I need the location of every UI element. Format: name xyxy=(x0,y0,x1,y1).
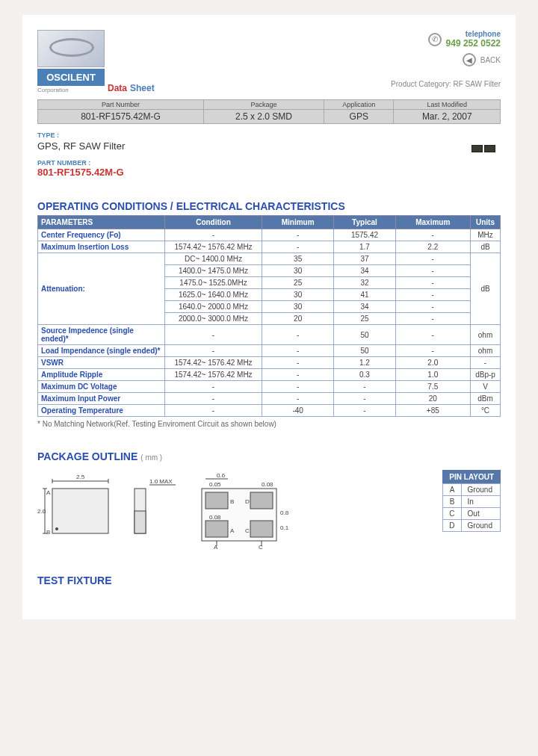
header: OSCILENT Corporation Data Sheet ✆ teleph… xyxy=(37,30,501,93)
pin-row: COut xyxy=(443,508,501,520)
back-text: BACK xyxy=(480,56,501,64)
spec-col-cond: Condition xyxy=(165,216,262,229)
spec-row: Maximum DC Voltage---7.5V xyxy=(38,381,501,393)
back-link[interactable]: ◀ BACK xyxy=(391,53,501,66)
svg-rect-20 xyxy=(250,521,273,537)
spec-param: Source Impedence (single ended)* xyxy=(38,325,165,345)
spec-row: VSWR1574.42~ 1576.42 MHz-1.22.0- xyxy=(38,357,501,369)
spec-cell: 1475.0~ 1525.0MHz xyxy=(165,277,262,289)
spec-col-min: Minimum xyxy=(262,216,334,229)
logo: OSCILENT Corporation xyxy=(37,30,105,93)
spec-cell: 34 xyxy=(334,301,395,313)
spec-cell: - xyxy=(262,369,334,381)
spec-cell: - xyxy=(165,393,262,405)
spec-cell: - xyxy=(165,345,262,357)
spec-cell: - xyxy=(395,253,470,265)
partnum-label: PART NUMBER : xyxy=(37,159,501,167)
spec-cell: 2.2 xyxy=(395,241,470,253)
spec-row: Load Impendance (single ended)*--50-ohm xyxy=(38,345,501,357)
svg-rect-18 xyxy=(250,492,273,509)
spec-cell: - xyxy=(262,345,334,357)
spec-cell: 35 xyxy=(262,253,334,265)
spec-param: Amplitude Ripple xyxy=(38,369,165,381)
pin-layout-table: PIN LAYOUT AGroundBInCOutDGround xyxy=(442,470,501,532)
svg-text:0.6: 0.6 xyxy=(217,472,226,479)
spec-param: Maximum DC Voltage xyxy=(38,381,165,393)
spec-cell: 25 xyxy=(334,313,395,325)
spec-cell: 30 xyxy=(262,289,334,301)
infobar-value: Mar. 2, 2007 xyxy=(394,110,501,124)
spec-cell: DC~ 1400.0 MHz xyxy=(165,253,262,265)
package-drawings: 2.5 2.0 A B 1.0 MAX xyxy=(37,470,420,552)
spec-row: Operating Temperature--40-+85°C xyxy=(38,405,501,417)
svg-point-11 xyxy=(55,527,58,530)
spec-cell: 1.0 xyxy=(395,369,470,381)
infobar-value: GPS xyxy=(324,110,394,124)
spec-cell: - xyxy=(334,381,395,393)
spec-heading: OPERATING CONDITIONS / ELECTRICAL CHARAC… xyxy=(37,200,501,212)
spec-cell: 30 xyxy=(262,301,334,313)
drawing-side: 1.0 MAX xyxy=(127,470,179,545)
spec-param: Maximum Input Power xyxy=(38,393,165,405)
spec-cell: 1574.42~ 1576.42 MHz xyxy=(165,241,262,253)
brand-name: OSCILENT xyxy=(37,69,105,86)
svg-text:A: A xyxy=(230,527,235,534)
spec-unit: ohm xyxy=(471,345,501,357)
svg-text:2.0: 2.0 xyxy=(37,508,46,515)
svg-rect-19 xyxy=(205,521,228,537)
spec-cell: - xyxy=(334,405,395,417)
spec-unit: dB xyxy=(471,241,501,253)
svg-text:C: C xyxy=(245,527,250,534)
spec-cell: - xyxy=(165,325,262,345)
back-icon: ◀ xyxy=(463,53,476,66)
datasheet-page: OSCILENT Corporation Data Sheet ✆ teleph… xyxy=(22,15,516,619)
spec-cell: - xyxy=(395,265,470,277)
test-heading: TEST FIXTURE xyxy=(37,574,501,586)
spec-row: Maximum Input Power---20dBm xyxy=(38,393,501,405)
spec-param: Operating Temperature xyxy=(38,405,165,417)
telephone-number: 949 252 0522 xyxy=(446,38,501,49)
pin-id: A xyxy=(443,484,461,496)
datasheet-blue: Sheet xyxy=(130,83,155,93)
datasheet-label: Data Sheet xyxy=(108,82,155,93)
svg-text:B: B xyxy=(230,498,234,505)
spec-cell: - xyxy=(395,325,470,345)
spec-cell: 30 xyxy=(262,265,334,277)
spec-cell: 2.0 xyxy=(395,357,470,369)
svg-text:1.0 MAX: 1.0 MAX xyxy=(149,478,173,485)
svg-text:C: C xyxy=(259,544,263,551)
svg-rect-0 xyxy=(52,489,108,533)
infobar-value: 2.5 x 2.0 SMD xyxy=(204,110,324,124)
spec-cell: 1575.42 xyxy=(334,229,395,241)
spec-cell: 2000.0~ 3000.0 MHz xyxy=(165,313,262,325)
infobar-value: 801-RF1575.42M-G xyxy=(38,110,204,124)
infobar-header: Package xyxy=(204,100,324,110)
spec-unit: dB xyxy=(471,253,501,325)
pin-signal: Ground xyxy=(461,484,500,496)
spec-cell: 34 xyxy=(334,265,395,277)
spec-cell: 41 xyxy=(334,289,395,301)
spec-cell: - xyxy=(262,229,334,241)
spec-unit: °C xyxy=(471,405,501,417)
footnote: * No Matching Network(Ref. Testing Envir… xyxy=(37,420,501,428)
spec-cell: 1400.0~ 1475.0 MHz xyxy=(165,265,262,277)
pin-id: D xyxy=(443,520,461,532)
svg-text:0.8: 0.8 xyxy=(280,509,289,516)
spec-param: Attenuation: xyxy=(38,253,165,325)
spec-cell: - xyxy=(165,229,262,241)
product-category: Product Category: RF SAW Filter xyxy=(391,80,501,88)
spec-cell: 25 xyxy=(262,277,334,289)
spec-cell: 1574.42~ 1576.42 MHz xyxy=(165,369,262,381)
spec-cell: 1640.0~ 2000.0 MHz xyxy=(165,301,262,313)
spec-cell: - xyxy=(262,241,334,253)
spec-col-max: Maximum xyxy=(395,216,470,229)
svg-text:0.08: 0.08 xyxy=(209,514,221,521)
spec-unit: dBm xyxy=(471,393,501,405)
pin-heading: PIN LAYOUT xyxy=(443,471,501,484)
spec-param: Load Impendance (single ended)* xyxy=(38,345,165,357)
spec-cell: - xyxy=(262,357,334,369)
pin-signal: Out xyxy=(461,508,500,520)
spec-unit: V xyxy=(471,381,501,393)
spec-col-unit: Units xyxy=(471,216,501,229)
infobar-header: Part Number xyxy=(38,100,204,110)
